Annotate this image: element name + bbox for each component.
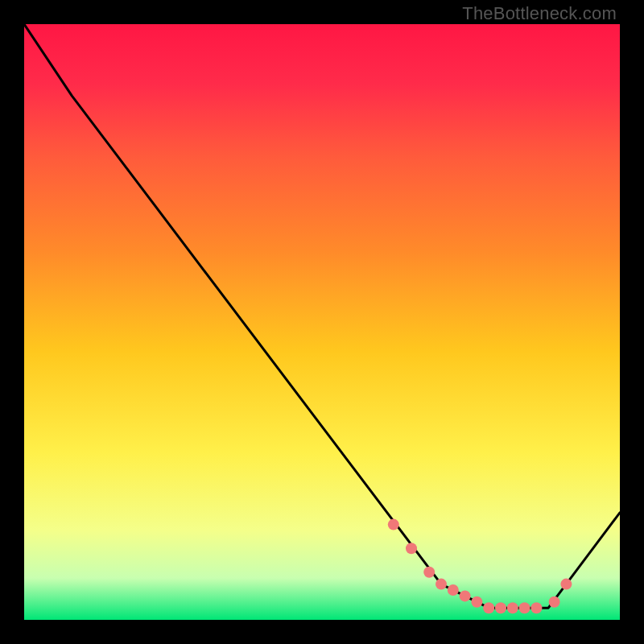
marker-dot <box>560 579 572 590</box>
marker-dot <box>436 579 447 590</box>
marker-dot <box>483 602 494 613</box>
watermark-text: TheBottleneck.com <box>462 3 617 24</box>
gradient-background <box>24 24 620 620</box>
marker-dot <box>519 602 530 613</box>
marker-dot <box>507 602 518 613</box>
marker-dot <box>460 590 471 601</box>
marker-dot <box>423 567 435 578</box>
marker-dot <box>495 602 506 613</box>
chart-svg <box>24 24 620 620</box>
marker-dot <box>388 519 399 530</box>
chart-plot <box>24 24 620 620</box>
marker-dot <box>549 597 560 608</box>
chart-frame <box>24 24 620 620</box>
marker-dot <box>530 602 542 613</box>
marker-dot <box>406 543 417 554</box>
marker-dot <box>448 584 459 596</box>
marker-dot <box>471 597 482 608</box>
